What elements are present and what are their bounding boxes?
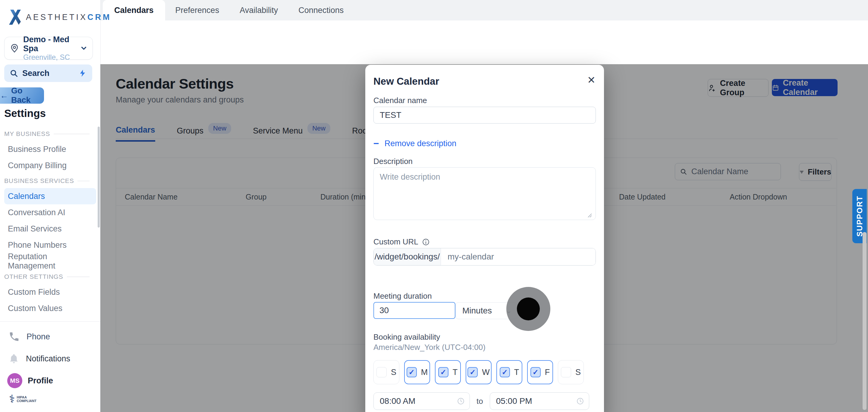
weekday-row: S✓M✓T✓W✓T✓FS (373, 360, 584, 384)
sidebar-section-business-services: BUSINESS SERVICES (4, 173, 96, 188)
sidebar-item-email-services[interactable]: Email Services (4, 221, 96, 237)
sidebar-item-business-profile[interactable]: Business Profile (4, 141, 96, 157)
clock-icon (576, 397, 584, 405)
top-tab-preferences[interactable]: Preferences (165, 0, 230, 21)
checkbox-unchecked (376, 367, 387, 377)
checkbox-checked: ✓ (438, 367, 448, 377)
minus-icon: − (373, 138, 379, 149)
sidebar-search-label: Search (22, 69, 79, 78)
custom-url-group: /widget/bookings/ (373, 248, 596, 265)
weekday-checkbox-6-s[interactable]: S (558, 360, 584, 384)
checkbox-checked: ✓ (530, 367, 541, 377)
meeting-duration-label: Meeting duration (373, 291, 432, 301)
time-to-input[interactable]: 05:00 PM (490, 392, 589, 410)
cursor-click-indicator (506, 287, 550, 331)
weekday-letter: F (545, 368, 550, 377)
brand-logo-icon (8, 10, 22, 25)
weekday-letter: S (391, 368, 396, 377)
phone-label: Phone (27, 332, 50, 342)
time-range-row: 08:00 AM to 05:00 PM (373, 392, 589, 410)
location-texts: Demo - Med Spa Greenville, SC (23, 35, 80, 62)
weekday-checkbox-0-s[interactable]: S (373, 360, 399, 384)
sidebar-item-notifications[interactable]: Notifications (8, 353, 70, 364)
remove-description-link[interactable]: − Remove description (373, 138, 456, 149)
weekday-checkbox-2-t[interactable]: ✓T (435, 360, 461, 384)
search-icon (10, 69, 18, 77)
weekday-checkbox-1-m[interactable]: ✓M (404, 360, 430, 384)
weekday-letter: W (482, 368, 490, 377)
time-to-value: 05:00 PM (496, 396, 532, 406)
custom-url-label: Custom URL (373, 237, 430, 247)
resize-grip-icon[interactable] (587, 213, 592, 218)
bell-icon (8, 353, 19, 364)
weekday-letter: T (514, 368, 519, 377)
top-tab-availability[interactable]: Availability (229, 0, 288, 21)
sidebar-item-phone[interactable]: Phone (8, 331, 50, 342)
sidebar-item-custom-fields[interactable]: Custom Fields (4, 284, 96, 300)
page-scrollbar[interactable] (863, 232, 867, 410)
timezone-text: America/New_York (UTC-04:00) (373, 343, 486, 352)
custom-url-input[interactable] (441, 248, 595, 265)
to-label: to (476, 397, 483, 406)
top-tab-calendars[interactable]: Calendars (103, 0, 165, 21)
info-icon[interactable] (422, 238, 430, 246)
booking-availability-label: Booking availability (373, 332, 440, 342)
close-icon[interactable]: ✕ (587, 75, 595, 85)
custom-url-prefix: /widget/bookings/ (374, 248, 441, 265)
go-back-button[interactable]: ← Go Back (0, 87, 44, 104)
sidebar-item-conversation-ai[interactable]: Conversation AI (4, 204, 96, 221)
calendar-name-input[interactable] (373, 107, 596, 124)
description-label: Description (373, 157, 412, 166)
hipaa-badge: ⚕ HIPAACOMPLIANT (9, 393, 36, 405)
settings-title: Settings (4, 107, 46, 119)
support-label: SUPPORT (855, 196, 864, 236)
description-textarea[interactable] (373, 167, 596, 220)
clock-icon (457, 397, 465, 405)
checkbox-unchecked (561, 367, 571, 377)
weekday-letter: S (575, 368, 581, 377)
phone-icon (8, 331, 20, 342)
modal-title: New Calendar (373, 76, 439, 87)
location-pin-icon (9, 43, 20, 53)
brand-logo: AESTHETIXCRM (8, 10, 112, 25)
location-city: Greenville, SC (23, 53, 80, 62)
location-selector[interactable]: Demo - Med Spa Greenville, SC (4, 37, 93, 60)
time-from-input[interactable]: 08:00 AM (373, 392, 470, 410)
sidebar: AESTHETIXCRM Demo - Med Spa Greenville, … (0, 0, 101, 412)
sidebar-scrollbar[interactable] (98, 127, 100, 227)
brand-name: AESTHETIXCRM (26, 13, 112, 22)
sidebar-item-profile[interactable]: MS Profile (7, 373, 53, 388)
sidebar-item-company-billing[interactable]: Company Billing (4, 157, 96, 173)
sidebar-divider (0, 321, 100, 322)
chevron-down-icon (80, 44, 88, 52)
weekday-letter: M (421, 368, 428, 377)
sidebar-item-calendars[interactable]: Calendars (4, 188, 96, 204)
go-back-label: Go Back (11, 86, 44, 105)
avatar: MS (7, 373, 22, 388)
profile-label: Profile (28, 376, 53, 385)
top-nav: CalendarsPreferencesAvailabilityConnecti… (100, 0, 868, 21)
arrow-left-icon: ← (0, 91, 8, 100)
weekday-letter: T (453, 368, 458, 377)
weekday-checkbox-4-t[interactable]: ✓T (496, 360, 522, 384)
sidebar-section-other-settings: OTHER SETTINGS (4, 270, 96, 284)
sidebar-search[interactable]: Search (4, 64, 92, 82)
sidebar-item-reputation-management[interactable]: Reputation Management (4, 253, 96, 270)
remove-description-label: Remove description (384, 139, 457, 148)
checkbox-checked: ✓ (467, 367, 478, 377)
checkbox-checked: ✓ (407, 367, 417, 377)
location-name: Demo - Med Spa (23, 35, 80, 53)
checkbox-checked: ✓ (500, 367, 510, 377)
sidebar-item-phone-numbers[interactable]: Phone Numbers (4, 237, 96, 253)
sidebar-section-my-business: MY BUSINESS (4, 127, 96, 141)
weekday-checkbox-5-f[interactable]: ✓F (527, 360, 553, 384)
top-tab-connections[interactable]: Connections (288, 0, 354, 21)
sidebar-item-custom-values[interactable]: Custom Values (4, 300, 96, 316)
new-calendar-modal: New Calendar ✕ Calendar name − Remove de… (365, 65, 604, 412)
notifications-label: Notifications (26, 354, 70, 363)
meeting-duration-input[interactable] (373, 302, 456, 319)
lightning-icon (79, 69, 87, 77)
time-from-value: 08:00 AM (380, 396, 415, 406)
calendar-name-label: Calendar name (373, 96, 427, 105)
weekday-checkbox-3-w[interactable]: ✓W (466, 360, 492, 384)
